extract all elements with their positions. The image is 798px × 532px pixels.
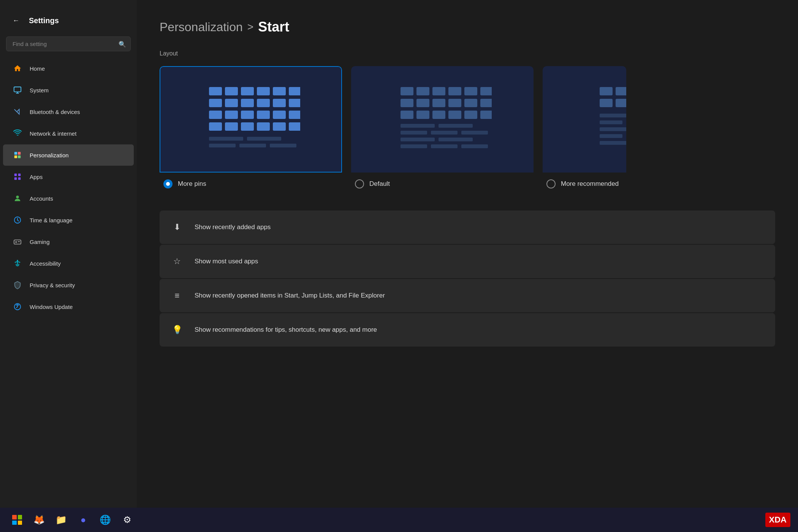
sidebar-item-update[interactable]: Windows Update (3, 296, 134, 317)
card-option-default[interactable]: Default (351, 173, 534, 195)
svg-point-12 (17, 260, 18, 261)
svg-rect-7 (14, 177, 17, 180)
accessibility-nav-icon (12, 258, 23, 269)
svg-rect-38 (209, 137, 243, 141)
sidebar-nav: HomeSystemBluetooth & devicesNetwork & i… (0, 57, 137, 318)
svg-rect-65 (461, 131, 488, 135)
svg-rect-28 (241, 111, 254, 119)
card-preview-default (351, 66, 534, 173)
taskbar-discord[interactable]: ● (74, 510, 93, 529)
radio-more-recommended[interactable] (546, 179, 556, 188)
svg-rect-36 (273, 122, 286, 131)
sidebar-item-system[interactable]: System (3, 79, 134, 101)
svg-rect-14 (209, 87, 222, 95)
svg-rect-17 (257, 87, 270, 95)
breadcrumb-separator: > (247, 21, 253, 33)
home-nav-label: Home (30, 65, 45, 72)
recently-opened-icon: ≡ (170, 289, 184, 302)
update-nav-label: Windows Update (30, 304, 73, 310)
svg-rect-45 (432, 87, 445, 95)
bluetooth-nav-icon (12, 106, 23, 117)
svg-rect-32 (209, 122, 222, 131)
network-nav-icon (12, 128, 23, 139)
settings-list: ⬇ Show recently added apps ☆ Show most u… (160, 211, 775, 347)
sidebar-item-accessibility[interactable]: Accessibility (3, 253, 134, 274)
svg-rect-68 (401, 144, 427, 148)
taskbar-left: 🦊 📁 ● 🌐 ⚙ (8, 510, 137, 529)
time-nav-label: Time & language (30, 217, 73, 223)
svg-rect-67 (439, 138, 473, 141)
sidebar-item-time[interactable]: Time & language (3, 209, 134, 231)
search-input[interactable] (6, 36, 131, 51)
taskbar-settings[interactable]: ⚙ (118, 510, 137, 529)
back-button[interactable]: ← (9, 14, 23, 27)
setting-row-recently-added[interactable]: ⬇ Show recently added apps (160, 211, 775, 244)
svg-rect-66 (401, 138, 435, 141)
svg-rect-77 (616, 99, 626, 107)
taskbar-chrome[interactable]: 🌐 (96, 510, 115, 529)
card-preview-more-recommended (543, 66, 626, 173)
sidebar-item-personalization[interactable]: Personalization (3, 144, 134, 166)
svg-rect-2 (18, 152, 21, 155)
taskbar-foxconn[interactable]: 🦊 (30, 510, 49, 529)
taskbar-explorer[interactable]: 📁 (52, 510, 71, 529)
svg-rect-43 (401, 87, 413, 95)
sidebar-item-bluetooth[interactable]: Bluetooth & devices (3, 101, 134, 122)
sidebar-item-network[interactable]: Network & internet (3, 123, 134, 144)
svg-rect-37 (289, 122, 300, 131)
svg-rect-64 (431, 131, 458, 135)
taskbar: 🦊 📁 ● 🌐 ⚙ XDA (0, 508, 798, 532)
taskbar-start-button[interactable] (8, 510, 27, 529)
card-option-more-pins[interactable]: More pins (160, 173, 342, 195)
svg-point-9 (16, 196, 19, 198)
radio-more-pins[interactable] (163, 179, 173, 188)
setting-row-recently-opened[interactable]: ≡ Show recently opened items in Start, J… (160, 279, 775, 312)
svg-rect-91 (600, 141, 626, 145)
personalization-nav-label: Personalization (30, 152, 69, 158)
svg-rect-42 (270, 144, 296, 147)
recommendations-icon: 💡 (170, 323, 184, 337)
card-option-more-recommended[interactable]: More recommended (543, 173, 626, 195)
search-icon: 🔍 (119, 40, 126, 48)
accounts-nav-label: Accounts (30, 195, 53, 202)
svg-rect-30 (273, 111, 286, 119)
svg-rect-8 (18, 177, 21, 180)
layout-card-more-recommended[interactable]: More recommended (543, 66, 626, 195)
setting-row-most-used[interactable]: ☆ Show most used apps (160, 245, 775, 278)
sidebar-item-apps[interactable]: Apps (3, 166, 134, 187)
svg-rect-21 (225, 99, 238, 107)
svg-rect-41 (239, 144, 266, 147)
svg-rect-22 (241, 99, 254, 107)
default-preview-svg (393, 81, 492, 157)
gaming-nav-label: Gaming (30, 239, 50, 245)
svg-rect-15 (225, 87, 238, 95)
sidebar: ← Settings 🔍 HomeSystemBluetooth & devic… (0, 0, 137, 508)
svg-rect-59 (464, 111, 477, 119)
accessibility-nav-label: Accessibility (30, 260, 61, 267)
svg-rect-4 (18, 155, 21, 158)
breadcrumb-current: Start (258, 19, 289, 35)
sidebar-item-home[interactable]: Home (3, 58, 134, 79)
layout-card-more-pins[interactable]: More pins (160, 66, 342, 195)
radio-default[interactable] (355, 179, 364, 188)
svg-rect-44 (416, 87, 429, 95)
svg-rect-60 (480, 111, 492, 119)
layout-cards: More pins (160, 66, 775, 195)
home-nav-icon (12, 63, 23, 74)
svg-rect-56 (416, 111, 429, 119)
taskbar-right: XDA (765, 513, 790, 527)
setting-row-recommendations[interactable]: 💡 Show recommendations for tips, shortcu… (160, 313, 775, 347)
sidebar-item-gaming[interactable]: Gaming (3, 231, 134, 252)
sidebar-item-privacy[interactable]: Privacy & security (3, 274, 134, 296)
svg-rect-61 (401, 124, 435, 128)
most-used-icon: ☆ (170, 255, 184, 268)
recommendations-text: Show recommendations for tips, shortcuts… (195, 326, 377, 334)
sidebar-item-accounts[interactable]: Accounts (3, 188, 134, 209)
more-recommended-preview-svg (592, 81, 626, 157)
svg-rect-47 (464, 87, 477, 95)
svg-rect-34 (241, 122, 254, 131)
svg-rect-26 (209, 111, 222, 119)
svg-rect-27 (225, 111, 238, 119)
svg-rect-0 (14, 87, 21, 92)
layout-card-default[interactable]: Default (351, 66, 534, 195)
